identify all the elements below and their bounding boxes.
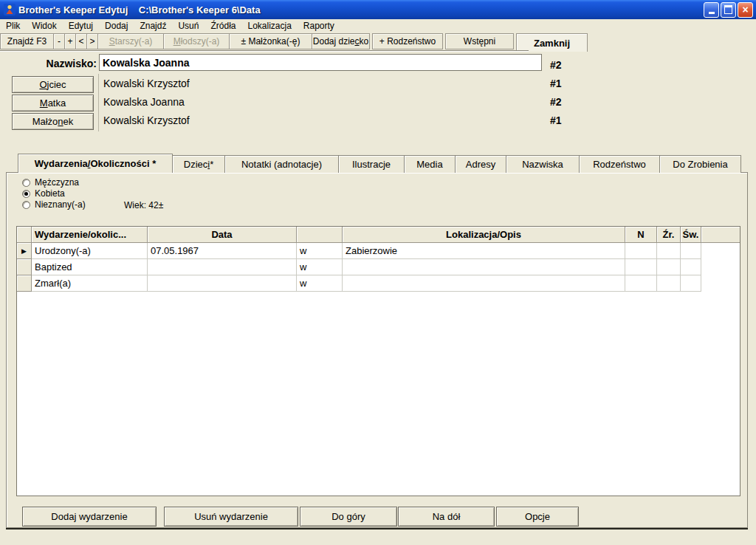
cell-sw[interactable] xyxy=(681,259,701,275)
plus-button[interactable]: + xyxy=(64,33,76,49)
header-sw: Św. xyxy=(681,227,701,243)
mother-button[interactable]: Matka xyxy=(12,95,94,112)
menu-edytuj[interactable]: Edytuj xyxy=(63,20,99,32)
menu-zrodla[interactable]: Źródła xyxy=(205,20,241,32)
add-event-button[interactable]: Dodaj wydarzenie xyxy=(22,507,157,527)
current-row-arrow-icon: ▶ xyxy=(17,243,32,259)
cell-zr[interactable] xyxy=(657,275,681,292)
toolbar: Znajdź F3 - + < > Starszy(-a) Młodszy(-a… xyxy=(0,33,587,51)
header-filler xyxy=(701,227,740,243)
menu-raporty[interactable]: Raporty xyxy=(298,20,340,32)
mother-id: #2 xyxy=(550,96,562,108)
tab-do-zrobienia[interactable]: Do Zrobienia xyxy=(659,155,741,173)
events-grid: Wydarzenie/okolic... Data Lokalizacja/Op… xyxy=(16,226,740,496)
cell-event[interactable]: Baptized xyxy=(32,259,148,275)
add-child-button[interactable]: Dodaj dziecko xyxy=(312,33,370,49)
cell-event[interactable]: Zmarł(a) xyxy=(32,275,148,292)
cell-date[interactable] xyxy=(148,275,297,292)
cell-event[interactable]: Urodzony(-a) xyxy=(32,243,148,259)
menu-dodaj[interactable]: Dodaj xyxy=(99,20,134,32)
menu-lokalizacja[interactable]: Lokalizacja xyxy=(241,20,297,32)
toolbar-separator-highlight xyxy=(0,51,529,52)
cell-n[interactable] xyxy=(625,275,657,292)
cell-sw[interactable] xyxy=(681,275,701,292)
cell-zr[interactable] xyxy=(657,259,681,275)
ancestors-button[interactable]: Wstępni xyxy=(445,33,514,49)
minus-button[interactable]: - xyxy=(53,33,65,49)
tabstrip: Wydarzenia/Okoliczności * Dzieci * Notat… xyxy=(18,154,741,173)
radio-unknown[interactable]: Nieznany(-a) xyxy=(22,199,86,210)
table-row[interactable]: Zmarł(a) w xyxy=(17,275,740,292)
cell-n[interactable] xyxy=(625,243,657,259)
radio-female-label: Kobieta xyxy=(35,188,65,199)
close-edit-button[interactable]: Zamknij xyxy=(516,33,588,52)
menu-plik[interactable]: Plik xyxy=(0,20,26,32)
header-prep xyxy=(297,227,343,243)
panel-bottom-edge xyxy=(6,528,748,529)
cell-location[interactable] xyxy=(343,259,625,275)
move-up-button[interactable]: Do góry xyxy=(300,507,397,527)
tab-rodzenstwo[interactable]: Rodzeństwo xyxy=(579,155,660,173)
header-zr: Źr. xyxy=(657,227,681,243)
tab-dzieci[interactable]: Dzieci * xyxy=(172,155,225,173)
restore-icon xyxy=(724,5,732,14)
name-input[interactable] xyxy=(99,54,542,71)
radio-male-label: Mężczyzna xyxy=(35,177,79,188)
tab-adresy[interactable]: Adresy xyxy=(455,155,506,173)
close-icon: × xyxy=(742,4,748,15)
events-grid-header: Wydarzenie/okolic... Data Lokalizacja/Op… xyxy=(17,227,740,243)
father-name: Kowalski Krzysztof xyxy=(103,78,190,89)
cell-location[interactable]: Zabierzowie xyxy=(343,243,625,259)
next-button[interactable]: > xyxy=(86,33,98,49)
cell-prep[interactable]: w xyxy=(297,259,343,275)
cell-sw[interactable] xyxy=(681,243,701,259)
header-n: N xyxy=(625,227,657,243)
tab-notatki[interactable]: Notatki (adnotacje) xyxy=(224,155,339,173)
header-event: Wydarzenie/okolic... xyxy=(32,227,148,243)
prev-button[interactable]: < xyxy=(75,33,87,49)
minimize-icon xyxy=(709,12,715,14)
menu-widok[interactable]: Widok xyxy=(26,20,62,32)
close-button[interactable]: × xyxy=(738,2,753,18)
radio-unknown-icon xyxy=(22,201,30,209)
cell-prep[interactable]: w xyxy=(297,243,343,259)
delete-event-button[interactable]: Usuń wydarzenie xyxy=(164,507,298,527)
person-id: #2 xyxy=(550,59,562,71)
titlebar[interactable]: Brother's Keeper Edytuj C:\Brother's Kee… xyxy=(0,0,756,19)
menu-znajdz[interactable]: Znajdź xyxy=(134,20,172,32)
tab-media[interactable]: Media xyxy=(404,155,456,173)
app-icon xyxy=(4,4,16,16)
radio-male-icon xyxy=(22,179,30,187)
add-sibling-button[interactable]: + Rodzeństwo xyxy=(372,33,443,49)
mother-name: Kowalska Joanna xyxy=(103,96,185,108)
tab-ilustracje[interactable]: Ilustracje xyxy=(338,155,405,173)
minimize-button[interactable] xyxy=(704,2,719,18)
cell-date[interactable]: 07.05.1967 xyxy=(148,243,297,259)
header-location: Lokalizacja/Opis xyxy=(343,227,625,243)
restore-button[interactable] xyxy=(721,2,736,18)
tab-nazwiska[interactable]: Nazwiska xyxy=(506,155,580,173)
row-selector[interactable] xyxy=(17,275,32,292)
cell-prep[interactable]: w xyxy=(297,275,343,292)
cell-date[interactable] xyxy=(148,259,297,275)
cell-zr[interactable] xyxy=(657,243,681,259)
father-button[interactable]: Ojciec xyxy=(12,76,94,93)
row-selector[interactable] xyxy=(17,259,32,275)
table-row[interactable]: ▶ Urodzony(-a) 07.05.1967 w Zabierzowie xyxy=(17,243,740,259)
radio-female[interactable]: Kobieta xyxy=(22,188,65,199)
cell-n[interactable] xyxy=(625,259,657,275)
window-title: Brother's Keeper Edytuj C:\Brother's Kee… xyxy=(18,4,704,16)
father-id: #1 xyxy=(550,78,562,89)
spouse-rel-button[interactable]: Małżonek xyxy=(12,113,94,130)
radio-unknown-label: Nieznany(-a) xyxy=(35,199,86,210)
table-row[interactable]: Baptized w xyxy=(17,259,740,275)
options-button[interactable]: Opcje xyxy=(496,507,579,527)
radio-male[interactable]: Mężczyzna xyxy=(22,177,79,188)
cell-location[interactable] xyxy=(343,275,625,292)
tab-wydarzenia[interactable]: Wydarzenia/Okoliczności * xyxy=(18,154,173,173)
age-label: Wiek: 42± xyxy=(124,200,163,210)
spouse-button[interactable]: ± Małżonka(-ę) xyxy=(229,33,312,49)
find-f3-button[interactable]: Znajdź F3 xyxy=(0,33,54,49)
menu-usun[interactable]: Usuń xyxy=(172,20,205,32)
move-down-button[interactable]: Na dół xyxy=(398,507,495,527)
